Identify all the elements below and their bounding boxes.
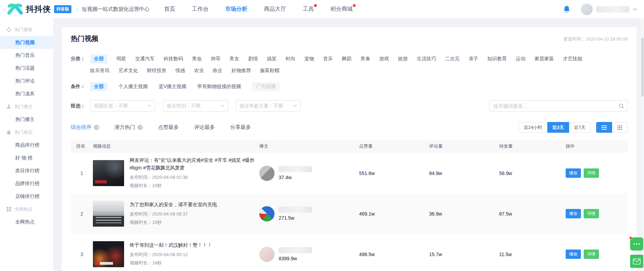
sort-most-shares[interactable]: 分享最多	[230, 124, 251, 131]
condition-shopping-link[interactable]: 带有购物链接的视频	[197, 84, 241, 90]
scrollbar-thumb[interactable]	[641, 38, 644, 97]
category-item[interactable]: 知识教育	[487, 56, 507, 62]
audience-gender-select[interactable]: 观众性别：不限	[163, 100, 228, 112]
search-icon	[619, 103, 624, 109]
condition-blue-v[interactable]: 蓝V播主视频	[159, 84, 186, 90]
video-thumbnail[interactable]	[93, 201, 124, 227]
category-item[interactable]: 音乐	[323, 56, 333, 62]
category-item[interactable]: 农业	[194, 68, 204, 74]
nav-workbench[interactable]: 工作台	[192, 6, 208, 13]
range-24h-button[interactable]: 近24小时	[519, 122, 547, 133]
nav-market-analysis[interactable]: 市场分析	[225, 6, 247, 13]
category-item[interactable]: 帅哥	[211, 56, 220, 62]
time-range-group: 近24小时 近3天 近7天	[519, 122, 591, 133]
customer-service-button[interactable]	[630, 237, 643, 251]
info-icon[interactable]	[138, 125, 143, 130]
category-item[interactable]: 服装鞋帽	[260, 68, 279, 74]
table-row: 2 为了您和家人的安全，请不要在室内充电 发布时间：2020-04-09 09:…	[71, 193, 628, 234]
creator-avatar	[259, 166, 275, 181]
bell-icon[interactable]	[563, 5, 571, 14]
logo[interactable]: 抖抖侠 抖音版	[7, 3, 71, 16]
category-item[interactable]: 美食	[360, 56, 370, 62]
creator-cell[interactable]: 8399.9w	[259, 247, 357, 262]
category-item[interactable]: 剧情	[248, 56, 258, 62]
creator-cell[interactable]: 271.5w	[259, 206, 357, 221]
category-item[interactable]: 娱乐资讯	[90, 68, 110, 74]
category-item[interactable]: 才艺技能	[563, 56, 582, 62]
category-item[interactable]: 游戏	[379, 56, 389, 62]
sidebar-item-hot-comments[interactable]: 热门评论	[0, 75, 53, 87]
video-length-select[interactable]: 视频长度：不限	[90, 100, 155, 112]
category-item[interactable]: 美妆	[192, 56, 202, 62]
user-menu[interactable]	[581, 3, 637, 15]
category-item[interactable]: 美女	[229, 56, 239, 62]
nav-tools[interactable]: 工具	[303, 6, 314, 13]
sidebar-item-brand-ranking[interactable]: 品牌排行榜	[0, 177, 53, 190]
category-item[interactable]: 亲子	[469, 56, 478, 62]
sidebar-item-hot-videos[interactable]: 热门视频	[0, 36, 53, 49]
sidebar-item-hot-creators[interactable]: 热门播主	[0, 113, 53, 126]
category-item[interactable]: 搞笑	[267, 56, 277, 62]
nav-home[interactable]: 首页	[164, 6, 175, 13]
sidebar-item-good-things[interactable]: 好 物 榜	[0, 151, 53, 164]
category-item[interactable]: 好物推荐	[232, 68, 251, 74]
publish-time: 发布时间：2020-04-09 02:38	[130, 173, 257, 181]
video-title[interactable]: 网友评论：有"史"以来最大的灾难#安全 #开车 #搞笑 #爆炸 #bgm #雪花…	[130, 157, 257, 172]
category-item[interactable]: 财经投资	[147, 68, 166, 74]
sidebar-item-hot-props[interactable]: 热门道具	[0, 87, 53, 100]
sort-comprehensive[interactable]: 综合排序	[71, 124, 99, 131]
detail-button[interactable]: 详情	[584, 250, 599, 259]
condition-personal[interactable]: 个人播主视频	[119, 84, 148, 90]
range-7d-button[interactable]: 近7天	[569, 122, 591, 133]
category-item[interactable]: 二次元	[445, 56, 460, 62]
sort-most-likes[interactable]: 点赞最多	[158, 124, 179, 131]
category-item[interactable]: 舞蹈	[342, 56, 351, 62]
condition-all[interactable]: 全部	[90, 82, 107, 91]
category-item[interactable]: 运动	[516, 56, 525, 62]
sidebar-item-network-hotspots[interactable]: 全网热点	[0, 216, 53, 228]
creator-followers: 271.5w	[279, 215, 312, 221]
col-rank: 排名	[71, 140, 91, 153]
category-item[interactable]: 明星	[116, 56, 126, 62]
category-item[interactable]: 家居家装	[534, 56, 554, 62]
detail-button[interactable]: 详情	[584, 168, 599, 178]
detail-button[interactable]: 详情	[584, 209, 599, 218]
sidebar-item-hot-music[interactable]: 热门音乐	[0, 49, 53, 62]
search-button[interactable]	[616, 100, 627, 111]
category-item[interactable]: 生活技巧	[417, 56, 436, 62]
range-3d-button[interactable]: 近3天	[547, 122, 569, 133]
nav-points-mall[interactable]: 积分商城	[330, 6, 353, 13]
category-item[interactable]: 科技数码	[164, 56, 183, 62]
sort-most-comments[interactable]: 评论最多	[194, 124, 215, 131]
play-button[interactable]: 播放	[566, 209, 581, 218]
feedback-mail-button[interactable]	[630, 255, 643, 268]
category-item[interactable]: 时尚	[286, 56, 295, 62]
sort-potential-hot[interactable]: 潜力热门	[114, 124, 143, 131]
nav-product-hall[interactable]: 商品大厅	[264, 6, 286, 13]
video-thumbnail[interactable]	[93, 160, 124, 186]
grid-view-button[interactable]	[612, 122, 628, 133]
info-icon[interactable]	[94, 125, 99, 130]
sidebar-item-product-ranking[interactable]: 商品排行榜	[0, 139, 53, 151]
search-input[interactable]	[489, 103, 616, 109]
category-item[interactable]: 宠物	[304, 56, 314, 62]
audience-age-select[interactable]: 观众年龄主要：不限	[236, 100, 301, 112]
category-all[interactable]: 全部	[90, 54, 107, 63]
category-item[interactable]: 艺术文化	[119, 68, 138, 74]
category-item[interactable]: 旅游	[398, 56, 408, 62]
category-item[interactable]: 情感	[175, 68, 185, 74]
chevron-down-icon	[293, 105, 297, 107]
play-button[interactable]: 播放	[566, 250, 581, 259]
sidebar-item-shop-ranking[interactable]: 店铺排行榜	[0, 190, 53, 203]
category-item[interactable]: 政企	[213, 68, 223, 74]
video-title[interactable]: 为了您和家人的安全，请不要在室内充电	[130, 201, 217, 209]
sidebar-item-category-ranking[interactable]: 类目排行榜	[0, 164, 53, 177]
play-button[interactable]: 播放	[566, 168, 581, 178]
scrollbar[interactable]	[641, 18, 644, 271]
video-title[interactable]: 终于等到这一刻！武汉解封！赞！！！	[130, 242, 212, 249]
creator-cell[interactable]: 37.4w	[259, 166, 357, 181]
category-item[interactable]: 交通汽车	[135, 56, 155, 62]
sidebar-item-hot-topics[interactable]: 热门话题	[0, 62, 53, 75]
video-thumbnail[interactable]	[93, 241, 124, 267]
list-view-button[interactable]	[596, 122, 612, 133]
